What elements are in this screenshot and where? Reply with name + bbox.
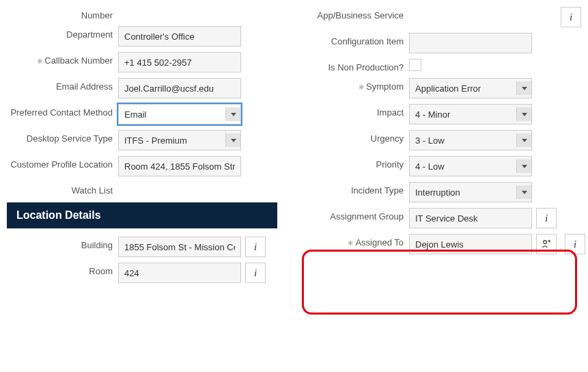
chevron-down-icon bbox=[516, 107, 531, 121]
urgency-value: 3 - Low bbox=[415, 135, 445, 146]
urgency-label: Urgency bbox=[298, 130, 404, 144]
priority-value: 4 - Low bbox=[415, 161, 445, 172]
impact-label: Impact bbox=[298, 104, 404, 118]
symptom-select[interactable]: Application Error bbox=[409, 78, 532, 98]
dst-row: Desktop Service Type ITFS - Premium bbox=[7, 130, 277, 150]
symptom-label: Symptom bbox=[298, 78, 404, 92]
info-icon: i bbox=[254, 241, 257, 253]
assigned-label: Assigned To bbox=[298, 234, 404, 248]
email-row: Email Address bbox=[7, 78, 277, 98]
chevron-down-icon bbox=[516, 133, 531, 147]
room-label: Room bbox=[7, 263, 113, 276]
chevron-down-icon bbox=[516, 81, 531, 95]
nonprod-checkbox[interactable] bbox=[409, 59, 421, 71]
assigned-lookup-button[interactable] bbox=[536, 234, 557, 254]
department-label: Department bbox=[7, 26, 113, 40]
email-input[interactable] bbox=[118, 78, 241, 98]
assigned-input[interactable] bbox=[409, 234, 532, 254]
agroup-label: Assignment Group bbox=[298, 208, 404, 222]
assigned-info-button[interactable]: i bbox=[565, 234, 585, 254]
left-column: Number Department Callback Number Email … bbox=[7, 7, 277, 289]
info-icon: i bbox=[545, 213, 548, 224]
impact-select[interactable]: 4 - Minor bbox=[409, 104, 532, 124]
itype-label: Incident Type bbox=[298, 182, 404, 196]
chevron-down-icon bbox=[516, 159, 531, 173]
info-icon: i bbox=[254, 267, 257, 279]
assigned-row: Assigned To i bbox=[298, 234, 581, 254]
department-row: Department bbox=[7, 26, 277, 46]
itype-select[interactable]: Interruption bbox=[409, 182, 532, 202]
location-header: Location Details bbox=[7, 202, 277, 228]
abs-label: App/Business Service bbox=[298, 7, 404, 21]
watch-label: Watch List bbox=[7, 182, 113, 196]
cpl-row: Customer Profile Location bbox=[7, 156, 277, 176]
building-label: Building bbox=[7, 237, 113, 250]
callback-row: Callback Number bbox=[7, 52, 277, 72]
urgency-select[interactable]: 3 - Low bbox=[409, 130, 532, 150]
symptom-row: Symptom Application Error bbox=[298, 78, 581, 98]
svg-point-0 bbox=[544, 241, 547, 244]
ci-row: Configuration Item bbox=[298, 33, 581, 53]
pcm-select[interactable]: Email bbox=[118, 104, 241, 124]
dst-value: ITFS - Premium bbox=[124, 135, 187, 146]
room-info-button[interactable]: i bbox=[245, 263, 266, 283]
building-row: Building i bbox=[7, 237, 277, 257]
pcm-label: Preferred Contact Method bbox=[7, 104, 113, 118]
ci-label: Configuration Item bbox=[298, 33, 404, 46]
room-row: Room i bbox=[7, 263, 277, 283]
dst-select[interactable]: ITFS - Premium bbox=[118, 130, 241, 150]
impact-value: 4 - Minor bbox=[415, 109, 450, 120]
number-label: Number bbox=[7, 7, 113, 21]
info-icon: i bbox=[570, 12, 572, 23]
pcm-value: Email bbox=[124, 109, 147, 120]
priority-select[interactable]: 4 - Low bbox=[409, 156, 532, 176]
callback-label: Callback Number bbox=[7, 52, 113, 66]
building-info-button[interactable]: i bbox=[245, 237, 266, 257]
building-input[interactable] bbox=[118, 237, 241, 257]
number-row: Number bbox=[7, 7, 277, 21]
symptom-value: Application Error bbox=[415, 83, 481, 94]
agroup-row: Assignment Group i bbox=[298, 208, 581, 228]
urgency-row: Urgency 3 - Low bbox=[298, 130, 581, 150]
info-icon: i bbox=[574, 239, 576, 250]
priority-row: Priority 4 - Low bbox=[298, 156, 581, 176]
itype-value: Interruption bbox=[415, 187, 460, 198]
agroup-input[interactable] bbox=[409, 208, 532, 228]
impact-row: Impact 4 - Minor bbox=[298, 104, 581, 124]
watch-row: Watch List bbox=[7, 182, 277, 196]
agroup-info-button[interactable]: i bbox=[536, 208, 557, 228]
person-arrow-icon bbox=[541, 239, 552, 250]
department-input[interactable] bbox=[118, 26, 241, 46]
abs-row: App/Business Service i bbox=[298, 7, 581, 27]
chevron-down-icon bbox=[516, 185, 531, 199]
cpl-label: Customer Profile Location bbox=[7, 156, 113, 170]
email-label: Email Address bbox=[7, 78, 113, 92]
cpl-input[interactable] bbox=[118, 156, 241, 176]
nonprod-row: Is Non Production? bbox=[298, 59, 581, 72]
chevron-down-icon bbox=[225, 133, 240, 147]
chevron-down-icon bbox=[225, 107, 240, 121]
right-column: App/Business Service i Configuration Ite… bbox=[298, 7, 581, 289]
priority-label: Priority bbox=[298, 156, 404, 170]
callback-input[interactable] bbox=[118, 52, 241, 72]
ci-input[interactable] bbox=[409, 33, 532, 53]
nonprod-label: Is Non Production? bbox=[298, 59, 404, 72]
abs-info-button[interactable]: i bbox=[561, 7, 581, 27]
itype-row: Incident Type Interruption bbox=[298, 182, 581, 202]
room-input[interactable] bbox=[118, 263, 241, 283]
pcm-row: Preferred Contact Method Email bbox=[7, 104, 277, 124]
dst-label: Desktop Service Type bbox=[7, 130, 113, 144]
